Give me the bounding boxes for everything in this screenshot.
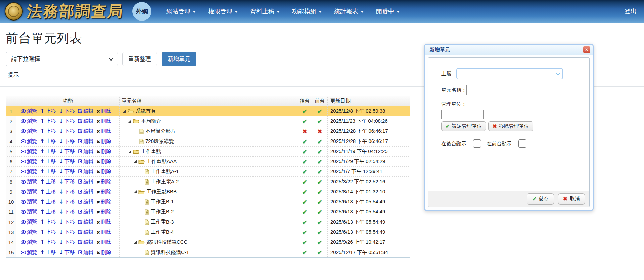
refresh-button[interactable]: 重新整理 [122,52,157,66]
arrow-down-action-link[interactable]: ↓下移 [59,209,75,215]
table-row[interactable]: 7 瀏覽↑上移↓下移編輯✖刪除 工作重點A-1 ✔ ✔ 2025/1/7 下午 … [6,167,410,177]
table-row[interactable]: 11 瀏覽↑上移↓下移編輯✖刪除 工作重B-2 ✔ ✔ 2025/6/13 下午… [6,207,410,217]
nav-menu-4[interactable]: 統計報表 [334,7,364,15]
edit-action-link[interactable]: 編輯 [78,239,94,245]
tree-expand-icon[interactable] [134,160,137,163]
edit-action-link[interactable]: 編輯 [78,219,94,225]
nav-menu-1[interactable]: 權限管理 [208,7,238,15]
arrow-up-action-link[interactable]: ↑上移 [40,178,56,185]
table-row[interactable]: 12 瀏覽↑上移↓下移編輯✖刪除 工作重B-3 ✔ ✔ 2025/6/13 下午… [6,217,410,227]
tree-expand-icon[interactable] [123,110,126,113]
edit-action-link[interactable]: 編輯 [78,249,94,256]
table-row[interactable]: 13 瀏覽↑上移↓下移編輯✖刪除 工作重B-4 ✔ ✔ 2025/6/13 下午… [6,227,410,237]
arrow-up-action-link[interactable]: ↑上移 [40,168,56,175]
nav-menu-3[interactable]: 功能模組 [292,7,322,15]
arrow-up-action-link[interactable]: ↑上移 [40,199,56,205]
unit-name-field[interactable] [466,85,570,95]
edit-action-link[interactable]: 編輯 [78,108,94,114]
arrow-up-action-link[interactable]: ↑上移 [40,219,56,225]
eye-action-link[interactable]: 瀏覽 [21,118,37,124]
arrow-down-action-link[interactable]: ↓下移 [59,168,75,175]
arrow-down-action-link[interactable]: ↓下移 [59,189,75,195]
eye-action-link[interactable]: 瀏覽 [21,178,37,185]
eye-action-link[interactable]: 瀏覽 [21,148,37,155]
edit-action-link[interactable]: 編輯 [78,178,94,185]
arrow-down-action-link[interactable]: ↓下移 [59,138,75,145]
delete-action-link[interactable]: ✖刪除 [97,158,111,165]
manage-unit-code-field[interactable] [441,110,484,119]
delete-action-link[interactable]: ✖刪除 [97,168,111,175]
modal-titlebar[interactable]: 新增單元 ✕ [425,45,593,55]
arrow-down-action-link[interactable]: ↓下移 [59,239,75,245]
eye-action-link[interactable]: 瀏覽 [21,128,37,134]
edit-action-link[interactable]: 編輯 [78,148,94,155]
delete-action-link[interactable]: ✖刪除 [97,128,111,134]
delete-action-link[interactable]: ✖刪除 [97,219,111,225]
delete-action-link[interactable]: ✖刪除 [97,199,111,205]
arrow-down-action-link[interactable]: ↓下移 [59,118,75,124]
arrow-up-action-link[interactable]: ↑上移 [40,148,56,155]
arrow-down-action-link[interactable]: ↓下移 [59,128,75,134]
arrow-down-action-link[interactable]: ↓下移 [59,158,75,165]
remove-manage-unit-button[interactable]: ✖ 移除管理單位 [488,121,533,131]
table-row[interactable]: 1 瀏覽↑上移↓下移編輯✖刪除 系統首頁 ✔ ✔ 2025/12/8 下午 02… [6,106,410,116]
delete-action-link[interactable]: ✖刪除 [97,239,111,245]
table-row[interactable]: 9 瀏覽↑上移↓下移編輯✖刪除 工作重點BBB ✔ ✔ 2025/8/14 下午… [6,187,410,197]
edit-action-link[interactable]: 編輯 [78,158,94,165]
table-row[interactable]: 14 瀏覽↑上移↓下移編輯✖刪除 資訊科技鑑識CCC ✔ ✔ 2025/9/26… [6,237,410,247]
arrow-down-action-link[interactable]: ↓下移 [59,108,75,114]
delete-action-link[interactable]: ✖刪除 [97,148,111,155]
arrow-down-action-link[interactable]: ↓下移 [59,229,75,235]
edit-action-link[interactable]: 編輯 [78,189,94,195]
arrow-up-action-link[interactable]: ↑上移 [40,239,56,245]
edit-action-link[interactable]: 編輯 [78,229,94,235]
edit-action-link[interactable]: 編輯 [78,168,94,175]
edit-action-link[interactable]: 編輯 [78,209,94,215]
arrow-up-action-link[interactable]: ↑上移 [40,249,56,256]
eye-action-link[interactable]: 瀏覽 [21,229,37,235]
table-row[interactable]: 3 瀏覽↑上移↓下移編輯✖刪除 本局簡介影片 ✖ ✖ 2025/12/28 下午… [6,126,410,136]
eye-action-link[interactable]: 瀏覽 [21,209,37,215]
eye-action-link[interactable]: 瀏覽 [21,219,37,225]
add-unit-button[interactable]: 新增單元 [162,52,196,66]
delete-action-link[interactable]: ✖刪除 [97,138,111,145]
tree-expand-icon[interactable] [134,190,137,193]
arrow-down-action-link[interactable]: ↓下移 [59,219,75,225]
cancel-button[interactable]: ✖ 取消 [558,193,585,205]
table-row[interactable]: 10 瀏覽↑上移↓下移編輯✖刪除 工作重B-1 ✔ ✔ 2025/6/13 下午… [6,197,410,207]
arrow-up-action-link[interactable]: ↑上移 [40,128,56,134]
edit-action-link[interactable]: 編輯 [78,199,94,205]
arrow-down-action-link[interactable]: ↓下移 [59,178,75,185]
arrow-up-action-link[interactable]: ↑上移 [40,118,56,124]
delete-action-link[interactable]: ✖刪除 [97,189,111,195]
eye-action-link[interactable]: 瀏覽 [21,189,37,195]
eye-action-link[interactable]: 瀏覽 [21,108,37,114]
table-row[interactable]: 2 瀏覽↑上移↓下移編輯✖刪除 本局簡介 ✔ ✔ 2025/11/23 下午 0… [6,116,410,126]
arrow-up-action-link[interactable]: ↑上移 [40,158,56,165]
table-row[interactable]: 15 瀏覽↑上移↓下移編輯✖刪除 資訊科技鑑識C-1 ✔ ✔ 2025/12/1… [6,247,410,257]
edit-action-link[interactable]: 編輯 [78,118,94,124]
eye-action-link[interactable]: 瀏覽 [21,199,37,205]
arrow-up-action-link[interactable]: ↑上移 [40,229,56,235]
show-frontend-checkbox[interactable] [518,139,526,148]
tree-expand-icon[interactable] [128,150,131,153]
nav-menu-0[interactable]: 網站管理 [166,7,196,15]
close-icon[interactable]: ✕ [583,46,590,53]
tree-expand-icon[interactable] [134,241,137,244]
delete-action-link[interactable]: ✖刪除 [97,209,111,215]
arrow-up-action-link[interactable]: ↑上移 [40,108,56,114]
arrow-up-action-link[interactable]: ↑上移 [40,138,56,145]
delete-action-link[interactable]: ✖刪除 [97,249,111,256]
table-row[interactable]: 5 瀏覽↑上移↓下移編輯✖刪除 工作重點 ✔ ✔ 2025/11/19 下午 0… [6,147,410,157]
arrow-down-action-link[interactable]: ↓下移 [59,249,75,256]
edit-action-link[interactable]: 編輯 [78,138,94,145]
eye-action-link[interactable]: 瀏覽 [21,168,37,175]
arrow-down-action-link[interactable]: ↓下移 [59,199,75,205]
eye-action-link[interactable]: 瀏覽 [21,138,37,145]
save-button[interactable]: ✔ 儲存 [527,193,554,205]
tree-expand-icon[interactable] [128,120,131,123]
delete-action-link[interactable]: ✖刪除 [97,178,111,185]
edit-action-link[interactable]: 編輯 [78,128,94,134]
arrow-down-action-link[interactable]: ↓下移 [59,148,75,155]
delete-action-link[interactable]: ✖刪除 [97,108,111,114]
